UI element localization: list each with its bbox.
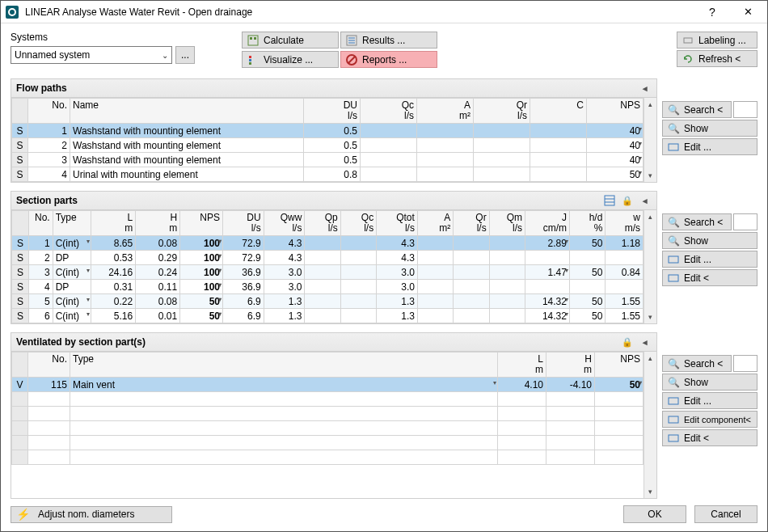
vt-show-button[interactable]: 🔍Show bbox=[662, 374, 757, 391]
sp-edit-button[interactable]: Edit ... bbox=[662, 251, 757, 268]
lock-icon[interactable]: 🔒 bbox=[621, 336, 634, 348]
table-row[interactable] bbox=[12, 450, 644, 465]
ventilated-scrollbar[interactable]: ▴▾ bbox=[644, 352, 656, 498]
vt-search-input[interactable] bbox=[733, 355, 757, 372]
svg-rect-2 bbox=[254, 37, 256, 40]
table-row[interactable]: S2DP0.530.2910072.94.34.3 bbox=[12, 251, 644, 265]
systems-more-button[interactable]: ... bbox=[175, 46, 195, 64]
collapse-icon[interactable]: ◂ bbox=[639, 82, 652, 95]
table-row[interactable]: S4DP0.310.1110036.93.03.0 bbox=[12, 280, 644, 294]
ventilated-header[interactable]: Ventilated by section part(s) 🔒 ◂ bbox=[11, 332, 657, 352]
fp-search-input[interactable] bbox=[733, 101, 757, 118]
systems-label: Systems bbox=[11, 32, 195, 43]
systems-combo[interactable]: Unnamed system ⌄ bbox=[11, 46, 172, 64]
svg-rect-12 bbox=[684, 38, 692, 43]
edit-icon bbox=[668, 433, 679, 444]
visualize-icon bbox=[247, 54, 259, 65]
lock-icon[interactable]: 🔒 bbox=[621, 194, 634, 207]
sp-search-input[interactable] bbox=[733, 213, 757, 230]
app-icon bbox=[6, 6, 19, 19]
chevron-down-icon: ⌄ bbox=[162, 51, 168, 60]
results-icon bbox=[346, 35, 357, 46]
ventilated-table[interactable]: No. Type Lm Hm NPS V115Main vent4.10-4.1… bbox=[11, 352, 644, 465]
search-icon: 🔍 bbox=[668, 217, 679, 228]
table-row[interactable] bbox=[12, 407, 644, 421]
reports-button[interactable]: Reports ... bbox=[340, 51, 437, 68]
help-button[interactable]: ? bbox=[694, 1, 730, 23]
reports-icon bbox=[346, 54, 357, 65]
collapse-icon[interactable]: ◂ bbox=[639, 336, 652, 348]
svg-rect-14 bbox=[605, 196, 614, 205]
sectionparts-header[interactable]: Section parts 🔒 ◂ bbox=[11, 191, 657, 210]
table-row[interactable] bbox=[12, 392, 644, 407]
svg-rect-0 bbox=[248, 36, 258, 45]
fp-search-button[interactable]: 🔍Search < bbox=[662, 101, 732, 118]
edit-icon bbox=[668, 272, 679, 284]
grid-options-icon[interactable] bbox=[603, 194, 616, 207]
ok-button[interactable]: OK bbox=[623, 505, 686, 523]
table-row[interactable] bbox=[12, 436, 644, 450]
svg-rect-1 bbox=[250, 37, 252, 40]
fp-edit-button[interactable]: Edit ... bbox=[662, 138, 757, 155]
sectionparts-table[interactable]: No. Type Lm Hm NPS DUl/s Qwwl/s Qpl/s Qc… bbox=[11, 210, 644, 323]
vt-search-button[interactable]: 🔍Search < bbox=[662, 355, 732, 372]
svg-rect-13 bbox=[669, 144, 678, 150]
search-icon: 🔍 bbox=[668, 358, 679, 369]
svg-line-11 bbox=[348, 57, 355, 63]
sectionparts-scrollbar[interactable]: ▴▾ bbox=[644, 210, 656, 323]
svg-rect-21 bbox=[669, 435, 678, 441]
svg-rect-8 bbox=[249, 59, 251, 61]
visualize-button[interactable]: Visualize ... bbox=[242, 51, 339, 68]
sp-search-button[interactable]: 🔍Search < bbox=[662, 213, 732, 230]
vt-edit2-button[interactable]: Edit < bbox=[662, 429, 757, 446]
table-row[interactable]: S5C(int)0.220.08506.91.31.314.32501.55 bbox=[12, 294, 644, 309]
close-button[interactable]: ✕ bbox=[730, 1, 766, 23]
sp-edit2-button[interactable]: Edit < bbox=[662, 269, 757, 286]
edit-icon bbox=[668, 414, 679, 425]
table-row[interactable]: V115Main vent4.10-4.1050 bbox=[12, 378, 644, 392]
window-title: LINEAR Analyse Waste Water Revit - Open … bbox=[25, 6, 694, 18]
svg-rect-7 bbox=[249, 56, 251, 58]
refresh-icon bbox=[682, 53, 694, 65]
cancel-button[interactable]: Cancel bbox=[694, 505, 757, 523]
labeling-button[interactable]: Labeling ... bbox=[677, 32, 757, 49]
refresh-button[interactable]: Refresh < bbox=[677, 50, 757, 67]
labeling-icon bbox=[682, 35, 694, 46]
edit-icon bbox=[668, 254, 679, 265]
svg-rect-20 bbox=[669, 416, 678, 423]
table-row[interactable]: S3C(int)24.160.2410036.93.03.01.47500.84 bbox=[12, 265, 644, 280]
table-row[interactable]: S3Washstand with mounting element0.540 bbox=[12, 153, 644, 167]
titlebar: LINEAR Analyse Waste Water Revit - Open … bbox=[1, 1, 767, 23]
systems-selected: Unnamed system bbox=[15, 49, 90, 61]
table-row[interactable]: S6C(int)5.160.01506.91.31.314.32501.55 bbox=[12, 309, 644, 323]
calculate-button[interactable]: Calculate bbox=[242, 32, 339, 49]
flowpaths-scrollbar[interactable]: ▴▾ bbox=[644, 98, 656, 182]
vt-edit-button[interactable]: Edit ... bbox=[662, 392, 757, 409]
flowpaths-header[interactable]: Flow paths ◂ bbox=[11, 78, 657, 98]
svg-rect-19 bbox=[669, 398, 678, 404]
magnifier-icon: 🔍 bbox=[668, 235, 679, 247]
fp-show-button[interactable]: 🔍Show bbox=[662, 120, 757, 137]
table-row[interactable]: S2Washstand with mounting element0.540 bbox=[12, 138, 644, 153]
edit-icon bbox=[668, 395, 679, 407]
sp-show-button[interactable]: 🔍Show bbox=[662, 232, 757, 249]
svg-rect-18 bbox=[669, 275, 678, 281]
edit-icon bbox=[668, 141, 679, 153]
svg-rect-17 bbox=[669, 256, 678, 263]
table-row[interactable]: S1C(int)8.650.0810072.94.34.32.89501.18 bbox=[12, 236, 644, 251]
calculate-icon bbox=[247, 35, 259, 46]
table-row[interactable]: S1Washstand with mounting element0.540 bbox=[12, 124, 644, 138]
svg-rect-9 bbox=[249, 62, 251, 65]
adjust-diameters-button[interactable]: ⚡ Adjust nom. diameters bbox=[11, 506, 172, 523]
vt-editcomp-button[interactable]: Edit component< bbox=[662, 411, 757, 428]
magnifier-icon: 🔍 bbox=[668, 377, 679, 388]
magnifier-icon: 🔍 bbox=[668, 123, 679, 134]
results-button[interactable]: Results ... bbox=[340, 32, 437, 49]
flash-icon: ⚡ bbox=[16, 508, 30, 521]
table-row[interactable] bbox=[12, 421, 644, 436]
table-row[interactable]: S4Urinal with mounting element0.850 bbox=[12, 167, 644, 182]
collapse-icon[interactable]: ◂ bbox=[639, 194, 652, 207]
flowpaths-table[interactable]: No. Name DUl/s Qcl/s Am² Qrl/s C NPS S1W… bbox=[11, 98, 644, 182]
search-icon: 🔍 bbox=[668, 104, 679, 116]
